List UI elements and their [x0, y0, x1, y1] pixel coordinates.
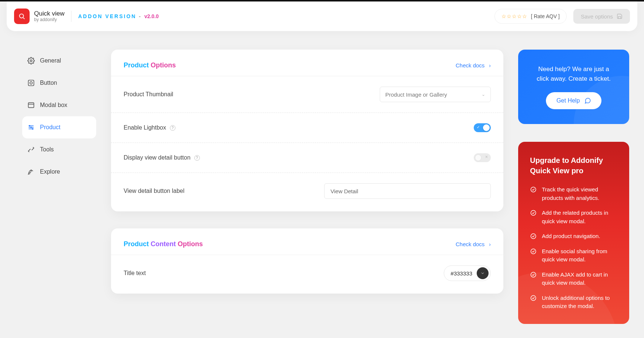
product-options-card: Product Options Check docs› Product Thum…	[111, 50, 503, 211]
top-bar: Quick view by addonify ADDON VERSION - v…	[7, 1, 637, 31]
detail-button-toggle[interactable]	[474, 153, 491, 162]
title-color-picker[interactable]: #333333	[444, 265, 491, 281]
svg-point-4	[30, 82, 33, 84]
addon-version: ADDON VERSION - v2.0.0	[78, 13, 159, 19]
brand-title: Quick view	[34, 10, 64, 17]
svg-point-0	[20, 14, 24, 18]
check-docs-link[interactable]: Check docs›	[456, 241, 491, 247]
divider	[71, 11, 71, 22]
check-icon	[530, 233, 537, 240]
rate-button[interactable]: ☆☆☆☆☆ [ Rate AQV ]	[494, 9, 567, 24]
get-help-button[interactable]: Get Help	[546, 92, 601, 109]
help-icon[interactable]: ?	[194, 155, 200, 161]
upgrade-item: Enable social sharing from quick view mo…	[530, 247, 617, 264]
svg-point-14	[531, 210, 536, 215]
svg-rect-3	[28, 80, 34, 86]
main-column: Product Options Check docs› Product Thum…	[111, 50, 503, 294]
sidebar-item-tools[interactable]: Tools	[22, 138, 96, 161]
aside-column: Need help? We are just a click away. Cre…	[518, 50, 629, 324]
detail-input[interactable]	[324, 183, 491, 199]
color-swatch	[477, 267, 489, 279]
upgrade-item: Add product navigation.	[530, 232, 617, 241]
check-icon	[530, 295, 537, 301]
upgrade-title: Upgrade to Addonify Quick View pro	[530, 155, 617, 176]
chevron-right-icon: ›	[489, 241, 491, 247]
upgrade-list: Track the quick viewed products with ana…	[530, 185, 617, 311]
svg-line-1	[23, 18, 25, 19]
section-title: Product Content Options	[124, 240, 203, 248]
brand: Quick view by addonify	[14, 9, 64, 24]
upgrade-item: Unlock additional options to customize t…	[530, 294, 617, 311]
svg-rect-5	[28, 103, 34, 107]
product-content-options-card: Product Content Options Check docs› Titl…	[111, 228, 503, 294]
detail-input-label: View detail button label	[124, 188, 184, 194]
svg-point-15	[531, 234, 536, 239]
thumbnail-label: Product Thumbnail	[124, 91, 173, 98]
lightbox-label: Enable Lightbox ?	[124, 124, 175, 131]
upgrade-item: Add the related products in quick view m…	[530, 209, 617, 225]
upgrade-card: Upgrade to Addonify Quick View pro Track…	[518, 142, 629, 324]
detail-button-label: Display view detail button ?	[124, 154, 200, 161]
sidebar-item-product[interactable]: Product	[22, 116, 96, 138]
chat-icon	[584, 97, 591, 104]
sidebar-item-button[interactable]: Button	[22, 72, 96, 94]
brand-subtitle: by addonify	[34, 17, 64, 22]
upgrade-item: Enable AJAX add to cart in quick view mo…	[530, 271, 617, 287]
check-icon	[530, 210, 537, 216]
svg-point-18	[531, 295, 536, 301]
sidebar-item-general[interactable]: General	[22, 50, 96, 72]
svg-point-2	[30, 60, 32, 62]
help-text: Need help? We are just a click away. Cre…	[531, 64, 616, 83]
section-title: Product Options	[124, 61, 176, 69]
thumbnail-select[interactable]: Product Image or Gallery ⌄	[380, 87, 491, 102]
check-icon	[530, 186, 537, 193]
sidebar: General Button Modal box Product Tools E…	[22, 50, 96, 183]
check-icon	[530, 248, 537, 255]
help-icon[interactable]: ?	[170, 125, 175, 131]
lightbox-toggle[interactable]	[474, 123, 491, 132]
help-card: Need help? We are just a click away. Cre…	[518, 50, 629, 124]
svg-point-17	[531, 272, 536, 277]
sidebar-item-explore[interactable]: Explore	[22, 161, 96, 183]
check-icon	[530, 271, 537, 278]
stars-icon: ☆☆☆☆☆	[502, 13, 527, 19]
svg-point-13	[531, 187, 536, 192]
chevron-down-icon: ⌄	[482, 92, 485, 97]
svg-point-16	[531, 249, 536, 254]
check-docs-link[interactable]: Check docs›	[456, 62, 491, 68]
save-button[interactable]: Save options	[573, 9, 630, 24]
upgrade-item: Track the quick viewed products with ana…	[530, 185, 617, 202]
brand-logo	[14, 9, 30, 24]
chevron-right-icon: ›	[489, 63, 491, 68]
sidebar-item-modal-box[interactable]: Modal box	[22, 94, 96, 116]
title-text-label: Title text	[124, 270, 146, 277]
